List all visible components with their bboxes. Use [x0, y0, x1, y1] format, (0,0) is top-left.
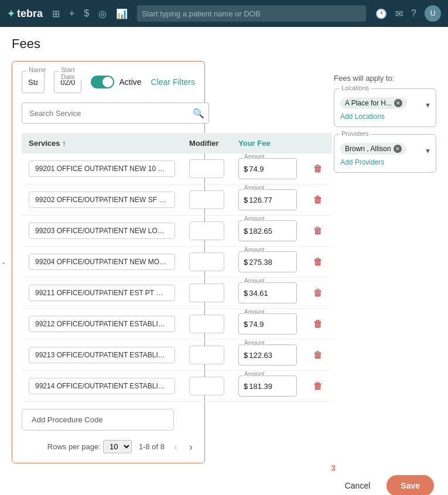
search-icon: 🔍 [193, 108, 204, 119]
search-input[interactable] [22, 103, 209, 124]
amount-label: Amount [243, 185, 265, 191]
amount-label: Amount [243, 371, 265, 377]
provider-chip-close[interactable]: ✕ [394, 145, 402, 153]
delete-row-button[interactable]: 🗑 [311, 316, 325, 332]
service-button[interactable]: 99212 OFFICE/OUTPATIENT ESTABLISHED S... [29, 316, 175, 332]
right-sidebar: Fees will apply to: Locations A Place fo… [334, 74, 436, 180]
delete-row-button[interactable]: 🗑 [311, 161, 325, 176]
add-providers-link[interactable]: Add Providers [340, 158, 430, 166]
chart-icon[interactable]: 📊 [116, 8, 128, 19]
delete-row-button[interactable]: 🗑 [311, 347, 325, 363]
dollar-icon[interactable]: $ [84, 8, 89, 19]
grid-icon[interactable]: ⊞ [52, 8, 60, 19]
delete-row-button[interactable]: 🗑 [311, 285, 325, 301]
provider-chip: Brown , Allison ✕ [340, 143, 406, 155]
modifier-input[interactable] [189, 346, 224, 364]
rows-per-page-label: Rows per page: [47, 442, 101, 451]
amount-input[interactable] [249, 382, 287, 391]
amount-input[interactable] [249, 165, 287, 173]
main-card: Name Start Date Active Clear Filters 🔍 [12, 61, 205, 463]
name-input[interactable] [22, 71, 45, 93]
delete-row-button[interactable]: 🗑 [311, 223, 325, 238]
currency-symbol: $ [244, 165, 248, 173]
modifier-input[interactable] [189, 377, 224, 395]
next-page-button[interactable]: › [187, 441, 195, 453]
service-button[interactable]: 99201 OFFICE OUTPATIENT NEW 10 MINUTES [29, 161, 175, 177]
modifier-input[interactable] [189, 252, 224, 271]
prev-page-button[interactable]: ‹ [172, 441, 180, 453]
name-label: Name [26, 66, 48, 73]
modifier-input[interactable] [189, 284, 224, 302]
amount-group: Amount $ [238, 189, 297, 210]
nav-right: 🕐 ✉ ? U [375, 5, 441, 22]
col-your-fee: Your Fee [231, 133, 304, 153]
delete-row-button[interactable]: 🗑 [311, 254, 325, 269]
amount-label: Amount [243, 247, 265, 253]
mail-icon[interactable]: ✉ [395, 8, 403, 19]
add-locations-link[interactable]: Add Locations [340, 112, 430, 121]
service-button[interactable]: 99204 OFFICE/OUTPATIENT NEW MODERAT... [29, 254, 175, 270]
service-button[interactable]: 99213 OFFICE/OUTPATIENT ESTABLISHED L... [29, 347, 175, 363]
search-wrap: 🔍 [22, 103, 209, 124]
delete-row-button[interactable]: 🗑 [311, 378, 325, 394]
locations-label: Locations [339, 84, 371, 91]
amount-group: Amount $ [238, 313, 297, 334]
delete-row-button[interactable]: 🗑 [311, 192, 325, 207]
avatar[interactable]: U [425, 5, 441, 22]
clear-filters-button[interactable]: Clear Filters [151, 77, 195, 87]
amount-label: Amount [243, 216, 265, 222]
amount-label: Amount [243, 340, 265, 346]
currency-symbol: $ [244, 227, 248, 235]
help-icon[interactable]: ? [411, 8, 416, 19]
providers-dropdown-icon[interactable]: ▾ [426, 146, 430, 155]
table-row: 99214 OFFICE/OUTPATIENT ESTABLISHED M...… [22, 371, 332, 402]
table-row: 99213 OFFICE/OUTPATIENT ESTABLISHED L...… [22, 340, 332, 371]
table-row: 99202 OFFICE/OUTPATIENT NEW SF MDM 15...… [22, 185, 332, 216]
table-row: 99201 OFFICE OUTPATIENT NEW 10 MINUTES A… [22, 153, 332, 185]
modifier-input[interactable] [189, 159, 224, 178]
amount-input[interactable] [249, 351, 287, 360]
modifier-input[interactable] [189, 221, 224, 240]
location-chip: A Place for H... ✕ [340, 97, 407, 109]
modifier-input[interactable] [189, 190, 224, 209]
modifier-input[interactable] [189, 315, 224, 333]
col-services: Services ↑ [22, 133, 182, 153]
active-toggle[interactable] [91, 76, 114, 88]
service-button[interactable]: 99202 OFFICE/OUTPATIENT NEW SF MDM 15... [29, 192, 175, 208]
amount-label: Amount [243, 309, 265, 315]
location-chip-close[interactable]: ✕ [394, 99, 402, 107]
search-row: 🔍 [22, 103, 195, 124]
step-2-indicator: 2 - [0, 258, 5, 267]
rows-per-page-select[interactable]: 10 25 50 [103, 440, 132, 453]
locations-dropdown-icon[interactable]: ▾ [426, 100, 430, 110]
step-3-indicator: 3 [331, 463, 336, 473]
amount-input[interactable] [249, 289, 287, 298]
cancel-button[interactable]: Cancel [336, 476, 380, 495]
page-title: Fees [12, 36, 436, 52]
active-toggle-wrap: Active [91, 76, 141, 88]
service-button[interactable]: 99214 OFFICE/OUTPATIENT ESTABLISHED M... [29, 378, 175, 394]
amount-group: Amount $ [238, 220, 297, 241]
amount-input[interactable] [249, 258, 287, 267]
table-row: 99211 OFFICE/OUTPATIENT EST PT MAY NOT .… [22, 278, 332, 309]
amount-input[interactable] [249, 320, 287, 329]
global-search[interactable] [137, 5, 366, 22]
amount-input[interactable] [249, 196, 287, 204]
amount-group: Amount $ [238, 158, 297, 179]
location-icon[interactable]: ◎ [98, 8, 107, 19]
service-button[interactable]: 99203 OFFICE/OUTPATIENT NEW LOW MDM ... [29, 223, 175, 239]
amount-group: Amount $ [238, 344, 297, 366]
col-modifier: Modifier [182, 133, 231, 153]
add-procedure-button[interactable]: Add Procedure Code [22, 409, 174, 431]
fees-table: Services ↑ Modifier Your Fee 99201 OFFIC… [22, 133, 332, 402]
amount-label: Amount [243, 153, 265, 160]
plus-icon[interactable]: + [69, 8, 74, 19]
amount-input[interactable] [249, 227, 287, 235]
logo: ✦ tebra [7, 8, 43, 20]
currency-symbol: $ [244, 320, 248, 329]
service-button[interactable]: 99211 OFFICE/OUTPATIENT EST PT MAY NOT .… [29, 285, 175, 301]
sidebar-title: Fees will apply to: [334, 74, 436, 83]
clock-icon[interactable]: 🕐 [375, 8, 387, 19]
bottom-actions: Cancel Save [12, 475, 436, 495]
save-button[interactable]: Save [387, 475, 434, 495]
